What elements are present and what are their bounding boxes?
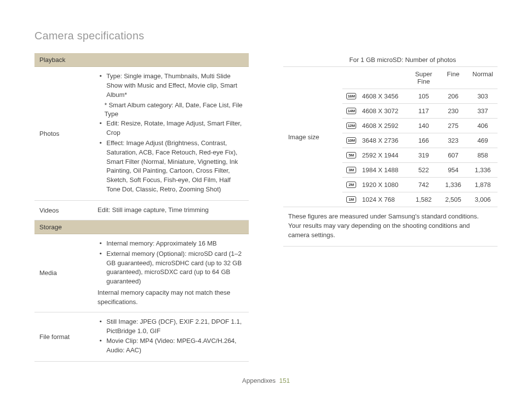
count-fine: 323 xyxy=(438,133,468,148)
content-columns: Playback Photos Type: Single image, Thum… xyxy=(34,53,498,362)
photos-type: Type: Single image, Thumbnails, Multi Sl… xyxy=(106,72,244,100)
media-internal: Internal memory: Approximately 16 MB xyxy=(106,239,244,248)
photos-edit: Edit: Resize, Rotate, Image Adjust, Smar… xyxy=(106,119,244,138)
label-media: Media xyxy=(34,234,98,312)
count-super-fine: 319 xyxy=(409,148,438,163)
media-external: External memory (Optional): microSD card… xyxy=(106,249,244,286)
photos-count-note: These figures are measured under Samsung… xyxy=(283,207,498,247)
image-size-value: 4608 X 3072 xyxy=(360,104,409,119)
row-media: Media Internal memory: Approximately 16 … xyxy=(34,234,249,312)
right-column: For 1 GB microSD: Number of photos Image… xyxy=(283,53,498,362)
mp-icon: 14M xyxy=(342,104,360,119)
file-format-movie: Movie Clip: MP4 (Video: MPEG-4.AVC/H.264… xyxy=(106,337,244,355)
content-media: Internal memory: Approximately 16 MB Ext… xyxy=(98,234,249,312)
section-header-storage: Storage xyxy=(34,220,249,234)
count-super-fine: 140 xyxy=(409,119,438,133)
footer-page-number: 151 xyxy=(279,377,290,384)
col-fine: Fine xyxy=(438,67,468,89)
image-size-grid: Image size Super FineFineNormal16M4608 X… xyxy=(283,67,498,207)
count-super-fine: 105 xyxy=(409,89,438,104)
count-normal: 1,878 xyxy=(468,178,498,192)
mp-icon: 5M xyxy=(342,148,360,163)
label-image-size: Image size xyxy=(283,67,342,207)
count-normal: 469 xyxy=(468,133,498,148)
label-file-format: File format xyxy=(34,312,98,361)
mp-icon: 10M xyxy=(342,133,360,148)
count-super-fine: 166 xyxy=(409,133,438,148)
count-fine: 607 xyxy=(438,148,468,163)
content-videos: Edit: Still image capture, Time trimming xyxy=(98,201,249,220)
count-normal: 303 xyxy=(468,89,498,104)
footer-text: Appendixes xyxy=(242,377,276,384)
count-normal: 1,336 xyxy=(468,163,498,178)
row-videos: Videos Edit: Still image capture, Time t… xyxy=(34,201,249,220)
count-normal: 406 xyxy=(468,119,498,133)
mp-icon: 3M xyxy=(342,163,360,178)
photos-smart-album-note: * Smart Album category: All, Date, Face … xyxy=(98,101,244,120)
mp-icon: 1M xyxy=(342,192,360,207)
content-file-format: Still Image: JPEG (DCF), EXIF 2.21, DPOF… xyxy=(98,312,249,361)
page-footer: Appendixes 151 xyxy=(0,377,532,384)
mp-icon: 16M xyxy=(342,89,360,104)
count-super-fine: 742 xyxy=(409,178,438,192)
image-size-value: 1984 X 1488 xyxy=(360,163,409,178)
image-size-value: 4608 X 3456 xyxy=(360,89,409,104)
count-super-fine: 1,582 xyxy=(409,192,438,207)
count-super-fine: 522 xyxy=(409,163,438,178)
page-title: Camera specifications xyxy=(34,30,498,42)
count-normal: 3,006 xyxy=(468,192,498,207)
label-photos: Photos xyxy=(34,67,98,200)
count-fine: 2,505 xyxy=(438,192,468,207)
count-fine: 954 xyxy=(438,163,468,178)
image-size-value: 2592 X 1944 xyxy=(360,148,409,163)
count-normal: 337 xyxy=(468,104,498,119)
count-fine: 230 xyxy=(438,104,468,119)
count-normal: 858 xyxy=(468,148,498,163)
mp-icon: 12M xyxy=(342,119,360,133)
col-normal: Normal xyxy=(468,67,498,89)
count-fine: 275 xyxy=(438,119,468,133)
section-header-playback: Playback xyxy=(34,53,249,67)
count-fine: 1,336 xyxy=(438,178,468,192)
content-photos: Type: Single image, Thumbnails, Multi Sl… xyxy=(98,67,249,200)
mp-icon: 2M xyxy=(342,178,360,192)
image-size-value: 1024 X 768 xyxy=(360,192,409,207)
row-caption: For 1 GB microSD: Number of photos xyxy=(283,53,498,67)
count-fine: 206 xyxy=(438,89,468,104)
image-size-value: 1920 X 1080 xyxy=(360,178,409,192)
image-size-value: 3648 X 2736 xyxy=(360,133,409,148)
row-photos: Photos Type: Single image, Thumbnails, M… xyxy=(34,67,249,201)
file-format-still: Still Image: JPEG (DCF), EXIF 2.21, DPOF… xyxy=(106,317,244,336)
left-column: Playback Photos Type: Single image, Thum… xyxy=(34,53,249,362)
photos-effect: Effect: Image Adjust (Brightness, Contra… xyxy=(106,139,244,194)
label-videos: Videos xyxy=(34,201,98,220)
count-super-fine: 117 xyxy=(409,104,438,119)
row-file-format: File format Still Image: JPEG (DCF), EXI… xyxy=(34,312,249,362)
image-size-value: 4608 X 2592 xyxy=(360,119,409,133)
photos-count-caption: For 1 GB microSD: Number of photos xyxy=(345,53,460,66)
media-note: Internal memory capacity may not match t… xyxy=(98,288,244,307)
col-super-fine: Super Fine xyxy=(409,67,438,89)
